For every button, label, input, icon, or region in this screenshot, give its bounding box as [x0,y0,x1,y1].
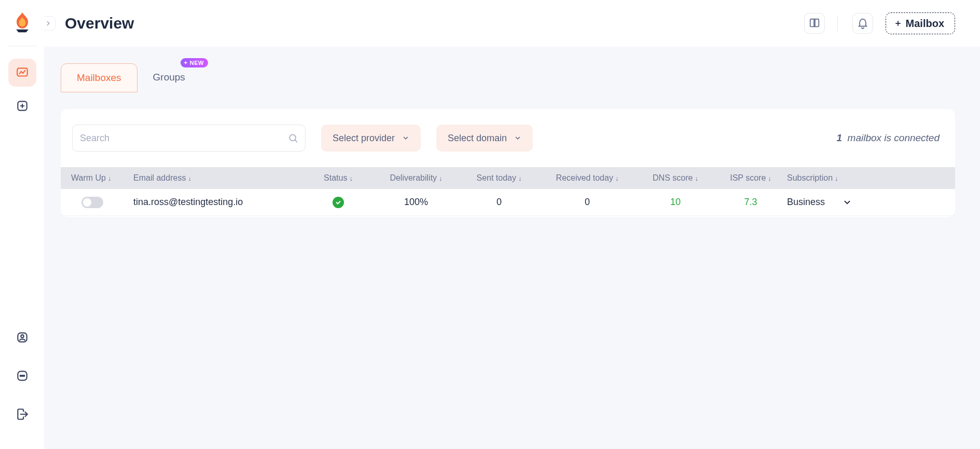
sidebar-item-more[interactable] [8,362,36,390]
bell-icon [857,18,868,29]
col-subscription[interactable]: Subscription↓ [787,173,854,183]
table-header: Warm Up↓ Email address↓ Status↓ Delivera… [61,167,955,189]
sidebar-item-logout[interactable] [8,400,36,428]
sidebar-divider [8,46,37,46]
new-badge-label: NEW [190,60,204,66]
svg-point-8 [21,375,22,376]
col-warmup[interactable]: Warm Up↓ [71,173,133,183]
dns-cell: 10 [637,197,714,208]
connected-summary: 1 mailbox is connected [836,132,940,144]
domain-filter-label: Select domain [448,133,507,144]
tab-groups-label: Groups [153,72,185,83]
tab-groups[interactable]: Groups ✦ NEW [137,63,201,92]
tabs: Mailboxes Groups ✦ NEW [61,63,955,92]
mailboxes-panel: Select provider Select domain 1 mailbox … [61,109,955,217]
row-expand-button[interactable] [843,198,852,207]
table-row[interactable]: tina.ross@testingtesting.io 100% 0 0 10 … [61,189,955,216]
app-logo [10,9,35,34]
warmup-cell [71,197,133,208]
sidebar-item-account[interactable] [8,323,36,351]
status-cell [305,197,372,208]
toolbar: Select provider Select domain 1 mailbox … [61,109,955,167]
col-received[interactable]: Received today↓ [538,173,637,183]
provider-filter[interactable]: Select provider [321,125,421,152]
chevron-down-icon [843,198,852,207]
col-isp[interactable]: ISP score↓ [714,173,787,183]
svg-point-5 [21,335,23,337]
header: Overview Mailbox [44,0,980,47]
connected-count: 1 [836,132,842,143]
header-divider [837,16,838,31]
page-title: Overview [65,15,134,32]
col-deliverability[interactable]: Deliverability↓ [372,173,460,183]
docs-button[interactable] [804,13,825,34]
notifications-button[interactable] [852,13,873,34]
svg-point-9 [23,375,24,376]
sidebar [0,0,44,449]
connected-label: mailbox is connected [848,132,940,143]
chevron-down-icon [514,134,521,142]
status-ok-icon [333,197,344,208]
isp-cell: 7.3 [714,197,787,208]
received-cell: 0 [538,197,637,208]
chevron-down-icon [402,134,409,142]
search-input[interactable] [72,125,306,152]
col-sent[interactable]: Sent today↓ [460,173,538,183]
search-wrap [72,125,306,152]
deliverability-cell: 100% [372,197,460,208]
svg-point-7 [20,375,21,376]
sparkle-icon: ✦ [184,60,188,65]
chevron-right-icon [45,20,52,27]
tab-mailboxes-label: Mailboxes [77,72,121,83]
svg-line-14 [295,140,297,142]
sent-cell: 0 [460,197,538,208]
sidebar-item-overview[interactable] [8,59,36,87]
book-icon [809,18,820,29]
add-mailbox-button[interactable]: Mailbox [886,12,955,34]
col-status[interactable]: Status↓ [305,173,372,183]
sidebar-item-add[interactable] [8,92,36,120]
email-cell: tina.ross@testingtesting.io [133,197,305,208]
main-content: Mailboxes Groups ✦ NEW Select pro [44,47,980,449]
col-email[interactable]: Email address↓ [133,173,305,183]
warmup-toggle[interactable] [81,197,103,208]
domain-filter[interactable]: Select domain [436,125,533,152]
new-badge: ✦ NEW [181,58,208,67]
toggle-knob [83,198,91,207]
tab-mailboxes[interactable]: Mailboxes [61,63,137,92]
add-mailbox-label: Mailbox [906,18,944,30]
provider-filter-label: Select provider [333,133,395,144]
col-dns[interactable]: DNS score↓ [637,173,714,183]
subscription-label: Business [787,197,825,208]
subscription-cell: Business [787,197,854,208]
search-icon [288,133,298,143]
plus-icon [894,20,902,27]
